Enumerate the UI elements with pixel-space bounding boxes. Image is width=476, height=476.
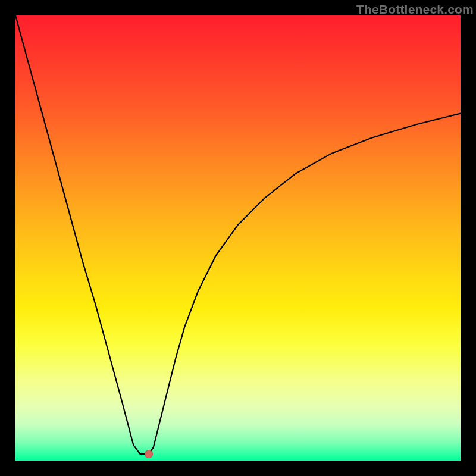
plot-area [15,15,461,461]
watermark: TheBottleneck.com [356,2,474,17]
bottleneck-curve [15,15,461,461]
chart-frame: TheBottleneck.com [0,0,476,476]
optimal-point-marker [145,450,153,458]
